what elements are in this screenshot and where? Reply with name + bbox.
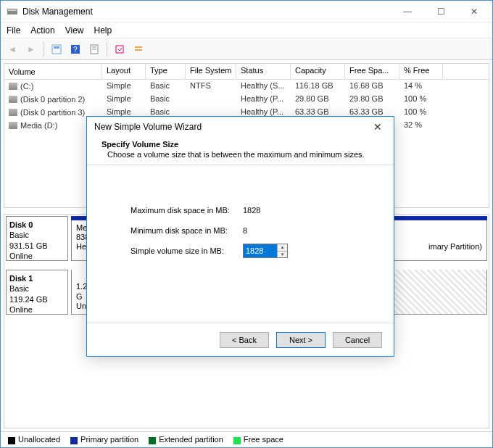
disk-size: 931.51 GB [9, 241, 65, 251]
swatch-icon [8, 437, 15, 444]
separator [44, 42, 44, 57]
col-filesystem[interactable]: File System [186, 64, 236, 79]
menu-help[interactable]: Help [94, 25, 112, 36]
legend-unallocated: Unallocated [8, 435, 60, 444]
volume-icon [9, 83, 17, 90]
minimize-button[interactable]: — [395, 4, 420, 20]
separator [87, 165, 394, 165]
table-row[interactable]: (Disk 0 partition 2) Simple Basic Health… [4, 93, 489, 106]
separator [107, 42, 107, 57]
col-free[interactable]: Free Spa... [345, 64, 399, 79]
action-icon[interactable] [111, 41, 128, 58]
col-pct[interactable]: % Free [399, 64, 443, 79]
dialog-subtitle: Choose a volume size that is between the… [107, 150, 379, 159]
refresh-icon[interactable] [48, 41, 65, 58]
svg-rect-1 [8, 9, 17, 11]
volume-icon [9, 109, 17, 116]
col-type[interactable]: Type [146, 64, 186, 79]
list-icon[interactable] [130, 41, 147, 58]
back-button[interactable]: < Back [220, 332, 269, 348]
table-header: Volume Layout Type File System Status Ca… [4, 64, 489, 80]
menu-view[interactable]: View [65, 25, 84, 36]
min-space-label: Minimum disk space in MB: [130, 226, 243, 235]
close-icon[interactable]: ✕ [369, 120, 386, 134]
disk-name: Disk 1 [9, 273, 65, 283]
dialog-heading: Specify Volume Size [102, 140, 379, 149]
toolbar: ◄ ► ? [1, 38, 492, 60]
menu-action[interactable]: Action [30, 25, 54, 36]
swatch-icon [70, 437, 78, 444]
disk-state: Online [9, 304, 65, 315]
disk-info[interactable]: Disk 0 Basic 931.51 GB Online [6, 216, 68, 261]
menu-file[interactable]: File [7, 25, 20, 36]
disk-type: Basic [9, 283, 65, 294]
back-icon: ◄ [4, 41, 21, 58]
min-space-value: 8 [243, 226, 247, 235]
svg-text:?: ? [73, 46, 78, 54]
svg-rect-11 [135, 49, 142, 51]
legend: Unallocated Primary partition Extended p… [1, 431, 492, 447]
volume-icon [9, 96, 17, 103]
dialog-titlebar[interactable]: New Simple Volume Wizard ✕ [87, 117, 394, 137]
titlebar[interactable]: Disk Management — ☐ ✕ [1, 1, 492, 22]
svg-rect-2 [52, 45, 61, 54]
max-space-value: 1828 [243, 206, 260, 215]
col-capacity[interactable]: Capacity [291, 64, 345, 79]
volume-size-label: Simple volume size in MB: [130, 246, 243, 255]
col-status[interactable]: Status [236, 64, 291, 79]
table-row[interactable]: (C:) Simple Basic NTFS Healthy (S... 116… [4, 80, 489, 93]
menubar: File Action View Help [1, 22, 492, 38]
col-layout[interactable]: Layout [102, 64, 146, 79]
app-icon [7, 6, 18, 17]
disk-info[interactable]: Disk 1 Basic 119.24 GB Online [6, 270, 68, 315]
spin-up-icon[interactable]: ▲ [278, 244, 287, 252]
close-button[interactable]: ✕ [462, 4, 486, 20]
properties-icon[interactable] [86, 41, 103, 58]
swatch-icon [233, 437, 241, 444]
max-space-label: Maximum disk space in MB: [130, 206, 243, 215]
new-simple-volume-wizard-dialog: New Simple Volume Wizard ✕ Specify Volum… [86, 116, 394, 357]
cancel-button[interactable]: Cancel [333, 332, 382, 348]
disk-size: 119.24 GB [9, 294, 65, 304]
swatch-icon [149, 437, 156, 444]
window-title: Disk Management [22, 7, 395, 17]
forward-icon: ► [22, 41, 40, 58]
volume-size-input[interactable] [244, 244, 277, 257]
svg-rect-9 [116, 46, 123, 53]
legend-primary: Primary partition [70, 435, 138, 444]
spin-down-icon[interactable]: ▼ [278, 252, 287, 258]
legend-free: Free space [233, 435, 283, 444]
disk-name: Disk 0 [9, 220, 65, 230]
legend-extended: Extended partition [149, 435, 223, 444]
maximize-button[interactable]: ☐ [428, 4, 453, 20]
volume-icon [9, 122, 17, 129]
dialog-title: New Simple Volume Wizard [94, 122, 369, 132]
next-button[interactable]: Next > [276, 332, 326, 348]
col-volume[interactable]: Volume [4, 64, 102, 79]
help-icon[interactable]: ? [67, 41, 84, 58]
svg-rect-10 [135, 46, 142, 48]
volume-size-spinner[interactable]: ▲ ▼ [243, 244, 288, 258]
disk-type: Basic [9, 230, 65, 240]
svg-rect-3 [54, 46, 59, 49]
disk-state: Online [9, 251, 65, 261]
